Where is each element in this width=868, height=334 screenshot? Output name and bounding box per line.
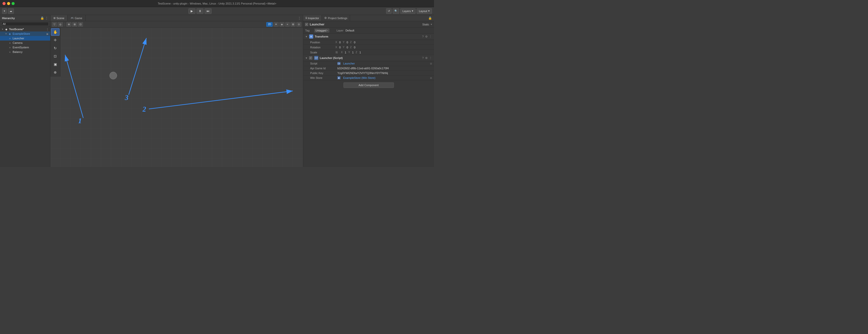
- hierarchy-item-launcher[interactable]: ○ Launcher: [0, 36, 50, 40]
- scale-x-value[interactable]: 1: [345, 51, 346, 54]
- script-enabled-checkbox[interactable]: ✓: [309, 57, 312, 60]
- more-options-icon[interactable]: ⋮: [45, 16, 48, 20]
- script-component-icon: C#: [314, 56, 318, 60]
- game-tab-label: Game: [75, 16, 82, 20]
- scale-values: ⛓ X 1 Y 1 Z 1: [335, 51, 432, 54]
- layout-label: Layout: [419, 9, 427, 12]
- scene-options-icon[interactable]: ⋮: [46, 28, 49, 31]
- history-button[interactable]: ↺: [386, 8, 392, 14]
- tab-game[interactable]: 🎮 Game: [68, 15, 86, 21]
- gameobject-name[interactable]: Launcher: [310, 23, 421, 26]
- transform-more-icon[interactable]: ⋮: [429, 35, 432, 38]
- close-button[interactable]: [2, 2, 5, 5]
- scene-game-tabs: ⊞ Scene 🎮 Game ⋮: [51, 15, 303, 21]
- tab-inspector[interactable]: ℹ Inspector: [303, 15, 322, 21]
- position-z-group: Z 0: [350, 41, 355, 44]
- tab-project-settings[interactable]: ⚙ Project Settings: [322, 15, 350, 21]
- cloud-icon: ☁: [9, 9, 12, 12]
- transform-settings-icon[interactable]: ⚙: [425, 35, 428, 38]
- gameobject-active-checkbox[interactable]: ✓: [305, 23, 308, 26]
- hierarchy-item-testscene[interactable]: ▼ ◆ TestScene* ⋮: [0, 27, 50, 32]
- tab-scene[interactable]: ⊞ Scene: [51, 15, 68, 21]
- examplestore-label: ExampleStore: [12, 32, 30, 35]
- script-prop-label: Script: [310, 62, 335, 65]
- inspector-lock-icon[interactable]: 🔒: [426, 16, 434, 20]
- lock-icon[interactable]: 🔒: [40, 16, 44, 20]
- scene-toolbar-gizmos[interactable]: ⊡: [78, 22, 83, 27]
- scene-toolbar-audio[interactable]: ◈: [279, 22, 284, 27]
- search-button[interactable]: 🔍: [393, 8, 399, 14]
- scene-toolbar-view[interactable]: ▽: [52, 22, 57, 27]
- scene-toolbar-grid[interactable]: ⊞: [72, 22, 77, 27]
- scene-toolbar-light[interactable]: ☀: [273, 22, 279, 27]
- play-icon: ▶: [191, 9, 193, 13]
- scene-toolbar-global[interactable]: ◎: [58, 22, 63, 27]
- hierarchy-search-input[interactable]: [1, 22, 49, 26]
- move-tool[interactable]: ✛: [51, 36, 60, 44]
- win-store-value[interactable]: ExampleStore (Win Store): [343, 76, 375, 79]
- transform-tool[interactable]: ⊕: [51, 68, 60, 76]
- pause-icon: ⏸: [198, 9, 202, 13]
- position-z-label: Z: [350, 41, 353, 43]
- rotation-x-value[interactable]: 0: [339, 46, 341, 49]
- scene-more-options-icon[interactable]: ⋮: [296, 16, 303, 20]
- step-button[interactable]: ⏭: [205, 8, 212, 14]
- script-indicator-icon: ⊙: [430, 62, 432, 65]
- position-x-value[interactable]: 0: [339, 41, 341, 44]
- circle-icon-eventsystem: ○: [8, 45, 11, 49]
- play-button[interactable]: ▶: [188, 8, 195, 14]
- layout-dropdown[interactable]: Layout ▾: [416, 8, 432, 14]
- hierarchy-item-eventsystem[interactable]: ○ EventSystem: [0, 45, 50, 49]
- cloud-button[interactable]: ☁: [8, 8, 14, 14]
- public-key-value[interactable]: Yzg0YWI2NDIwY2VIYTQ3NmY0YTNhNj: [337, 71, 432, 74]
- rect-tool[interactable]: ▣: [51, 61, 60, 68]
- inspector-panel: ℹ Inspector ⚙ Project Settings 🔒 ✓ Launc…: [303, 15, 434, 167]
- scene-toolbar-snap[interactable]: ⊕: [66, 22, 71, 27]
- script-file-value[interactable]: Launcher: [343, 62, 355, 65]
- hand-tool[interactable]: ✋: [51, 28, 60, 36]
- transform-title: Transform: [315, 35, 421, 38]
- account-dropdown[interactable]: ▾: [2, 8, 7, 14]
- rotation-y-group: Y 0: [343, 46, 348, 49]
- scene-toolbar-skybox[interactable]: ⊞: [290, 22, 296, 27]
- api-game-id-value[interactable]: b3242602-df8b-11ed-ab91-0260a0c170f4: [337, 67, 432, 70]
- scale-tool[interactable]: ⊡: [51, 53, 60, 60]
- scene-toolbar-fx[interactable]: ⌖: [285, 22, 290, 27]
- rotation-x-group: X 0: [335, 46, 341, 49]
- position-x-label: X: [335, 41, 338, 43]
- script-prop-row: Script C# Launcher ⊙: [303, 61, 434, 66]
- layers-dropdown[interactable]: Layers ▾: [400, 8, 415, 14]
- public-key-label: Public Key: [310, 71, 335, 74]
- script-help-icon[interactable]: ?: [422, 57, 424, 60]
- position-y-value[interactable]: 0: [346, 41, 348, 44]
- scene-toolbar-gizmos2[interactable]: ⊙: [296, 22, 301, 27]
- transform-component-header[interactable]: ▼ ⊕ Transform ? ⚙ ⋮: [303, 33, 434, 40]
- add-component-button[interactable]: Add Component: [343, 82, 394, 88]
- scale-y-value[interactable]: 1: [352, 51, 353, 54]
- rotation-z-value[interactable]: 0: [354, 46, 355, 49]
- minimize-button[interactable]: [7, 2, 10, 5]
- transform-help-icon[interactable]: ?: [422, 35, 424, 38]
- hierarchy-item-camera[interactable]: ○ Camera: [0, 40, 50, 45]
- tag-layer-row: Tag Untagged ▾ Layer Default: [303, 28, 434, 33]
- position-z-value[interactable]: 0: [354, 41, 355, 44]
- scale-z-value[interactable]: 1: [359, 51, 361, 54]
- static-dropdown-icon[interactable]: ▾: [431, 23, 432, 26]
- scale-y-label: Y: [348, 51, 351, 54]
- hierarchy-item-balancy[interactable]: ○ Balancy: [0, 49, 50, 54]
- layout-arrow-icon: ▾: [428, 9, 430, 12]
- maximize-button[interactable]: [11, 2, 14, 5]
- hierarchy-item-examplestore[interactable]: ▼ ◈ ExampleStore ▶: [0, 32, 50, 36]
- tag-dropdown[interactable]: Untagged ▾: [314, 29, 329, 33]
- window-title: TestScene - unity-plugin - Windows, Mac,…: [158, 2, 276, 5]
- script-settings-icon[interactable]: ⚙: [425, 57, 428, 60]
- rotate-tool[interactable]: ↻: [51, 44, 60, 52]
- scene-viewport[interactable]: ✋ ✛ ↻ ⊡ ▣ ⊕: [51, 28, 303, 167]
- rotation-y-value[interactable]: 0: [346, 46, 348, 49]
- launcher-script-header[interactable]: ▼ ✓ C# Launcher (Script) ? ⚙ ⋮: [303, 55, 434, 61]
- api-game-id-row: Api Game Id b3242602-df8b-11ed-ab91-0260…: [303, 66, 434, 71]
- scale-link-icon[interactable]: ⛓: [335, 51, 338, 54]
- pause-button[interactable]: ⏸: [196, 8, 204, 14]
- scene-toolbar-2d[interactable]: 2D: [266, 22, 273, 27]
- script-more-icon[interactable]: ⋮: [429, 57, 432, 60]
